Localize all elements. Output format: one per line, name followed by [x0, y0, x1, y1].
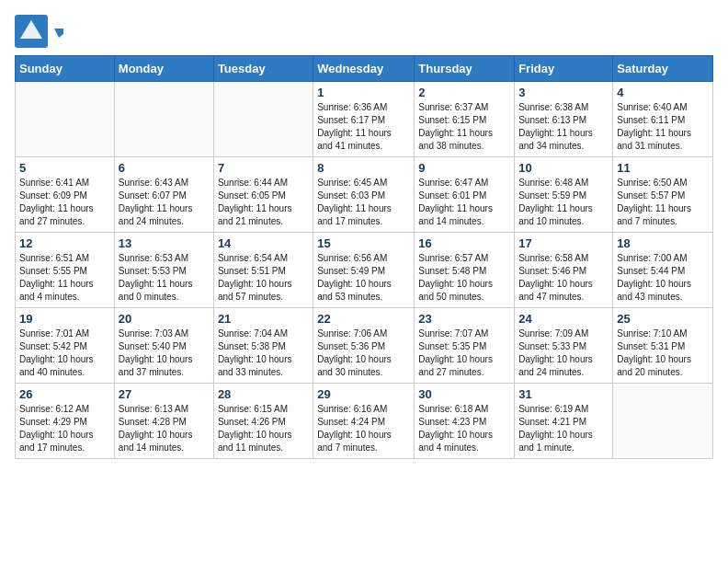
day-info: Sunrise: 6:15 AM Sunset: 4:26 PM Dayligh… — [218, 403, 309, 454]
logo — [15, 15, 65, 48]
calendar-week-row: 26Sunrise: 6:12 AM Sunset: 4:29 PM Dayli… — [16, 384, 713, 459]
day-info: Sunrise: 7:06 AM Sunset: 5:36 PM Dayligh… — [317, 327, 410, 379]
day-info: Sunrise: 6:12 AM Sunset: 4:29 PM Dayligh… — [19, 403, 110, 454]
day-number: 23 — [418, 312, 510, 326]
calendar-table: SundayMondayTuesdayWednesdayThursdayFrid… — [15, 55, 713, 459]
calendar-cell: 24Sunrise: 7:09 AM Sunset: 5:33 PM Dayli… — [515, 308, 613, 384]
day-number: 6 — [119, 161, 210, 175]
calendar-cell — [16, 82, 115, 157]
weekday-header-thursday: Thursday — [415, 56, 515, 82]
day-info: Sunrise: 6:50 AM Sunset: 5:57 PM Dayligh… — [617, 177, 709, 228]
day-info: Sunrise: 6:57 AM Sunset: 5:48 PM Dayligh… — [418, 252, 510, 304]
calendar-cell — [613, 384, 713, 459]
svg-marker-2 — [54, 29, 63, 38]
day-info: Sunrise: 6:16 AM Sunset: 4:24 PM Dayligh… — [317, 403, 410, 454]
day-number: 30 — [418, 387, 510, 401]
calendar-cell: 14Sunrise: 6:54 AM Sunset: 5:51 PM Dayli… — [213, 233, 313, 308]
calendar-cell: 7Sunrise: 6:44 AM Sunset: 6:05 PM Daylig… — [213, 157, 313, 233]
calendar-cell: 16Sunrise: 6:57 AM Sunset: 5:48 PM Dayli… — [415, 233, 515, 308]
day-number: 24 — [518, 312, 609, 326]
day-number: 21 — [218, 312, 309, 326]
day-number: 14 — [218, 236, 309, 250]
calendar-cell — [213, 82, 313, 157]
calendar-cell: 6Sunrise: 6:43 AM Sunset: 6:07 PM Daylig… — [114, 157, 213, 233]
calendar-cell: 22Sunrise: 7:06 AM Sunset: 5:36 PM Dayli… — [313, 308, 415, 384]
calendar-cell: 2Sunrise: 6:37 AM Sunset: 6:15 PM Daylig… — [415, 82, 515, 157]
day-info: Sunrise: 7:04 AM Sunset: 5:38 PM Dayligh… — [218, 327, 309, 379]
day-info: Sunrise: 6:45 AM Sunset: 6:03 PM Dayligh… — [317, 177, 410, 228]
calendar-week-row: 12Sunrise: 6:51 AM Sunset: 5:55 PM Dayli… — [16, 233, 713, 308]
day-info: Sunrise: 6:44 AM Sunset: 6:05 PM Dayligh… — [218, 177, 309, 228]
calendar-cell: 4Sunrise: 6:40 AM Sunset: 6:11 PM Daylig… — [613, 82, 713, 157]
day-info: Sunrise: 6:37 AM Sunset: 6:15 PM Dayligh… — [418, 101, 510, 153]
calendar-cell: 3Sunrise: 6:38 AM Sunset: 6:13 PM Daylig… — [515, 82, 613, 157]
day-info: Sunrise: 6:41 AM Sunset: 6:09 PM Dayligh… — [19, 177, 110, 228]
weekday-header-monday: Monday — [114, 56, 213, 82]
day-number: 9 — [418, 161, 510, 175]
day-info: Sunrise: 6:43 AM Sunset: 6:07 PM Dayligh… — [119, 177, 210, 228]
day-number: 18 — [617, 236, 709, 250]
day-info: Sunrise: 7:03 AM Sunset: 5:40 PM Dayligh… — [119, 327, 210, 379]
day-info: Sunrise: 6:38 AM Sunset: 6:13 PM Dayligh… — [518, 101, 609, 153]
calendar-cell: 10Sunrise: 6:48 AM Sunset: 5:59 PM Dayli… — [515, 157, 613, 233]
day-info: Sunrise: 6:13 AM Sunset: 4:28 PM Dayligh… — [119, 403, 210, 454]
day-info: Sunrise: 6:18 AM Sunset: 4:23 PM Dayligh… — [418, 403, 510, 454]
day-info: Sunrise: 7:00 AM Sunset: 5:44 PM Dayligh… — [617, 252, 709, 304]
calendar-cell: 5Sunrise: 6:41 AM Sunset: 6:09 PM Daylig… — [16, 157, 115, 233]
day-number: 4 — [617, 86, 709, 99]
day-info: Sunrise: 6:19 AM Sunset: 4:21 PM Dayligh… — [518, 403, 609, 454]
calendar-cell: 1Sunrise: 6:36 AM Sunset: 6:17 PM Daylig… — [313, 82, 415, 157]
day-info: Sunrise: 6:47 AM Sunset: 6:01 PM Dayligh… — [418, 177, 510, 228]
day-number: 3 — [518, 86, 609, 99]
day-info: Sunrise: 6:48 AM Sunset: 5:59 PM Dayligh… — [518, 177, 609, 228]
day-info: Sunrise: 7:07 AM Sunset: 5:35 PM Dayligh… — [418, 327, 510, 379]
calendar-cell: 18Sunrise: 7:00 AM Sunset: 5:44 PM Dayli… — [613, 233, 713, 308]
day-info: Sunrise: 6:36 AM Sunset: 6:17 PM Dayligh… — [317, 101, 410, 153]
day-number: 19 — [19, 312, 110, 326]
calendar-cell: 15Sunrise: 6:56 AM Sunset: 5:49 PM Dayli… — [313, 233, 415, 308]
day-info: Sunrise: 6:54 AM Sunset: 5:51 PM Dayligh… — [218, 252, 309, 304]
day-number: 27 — [119, 387, 210, 401]
logo-arrow-icon — [52, 25, 65, 38]
day-number: 15 — [317, 236, 410, 250]
calendar-cell: 29Sunrise: 6:16 AM Sunset: 4:24 PM Dayli… — [313, 384, 415, 459]
calendar-cell: 19Sunrise: 7:01 AM Sunset: 5:42 PM Dayli… — [16, 308, 115, 384]
day-info: Sunrise: 7:09 AM Sunset: 5:33 PM Dayligh… — [518, 327, 609, 379]
calendar-cell: 21Sunrise: 7:04 AM Sunset: 5:38 PM Dayli… — [213, 308, 313, 384]
calendar-cell: 26Sunrise: 6:12 AM Sunset: 4:29 PM Dayli… — [16, 384, 115, 459]
day-number: 11 — [617, 161, 709, 175]
day-number: 29 — [317, 387, 410, 401]
calendar-cell — [114, 82, 213, 157]
day-number: 5 — [19, 161, 110, 175]
day-number: 16 — [418, 236, 510, 250]
calendar-week-row: 19Sunrise: 7:01 AM Sunset: 5:42 PM Dayli… — [16, 308, 713, 384]
weekday-header-tuesday: Tuesday — [213, 56, 313, 82]
day-number: 7 — [218, 161, 309, 175]
page-header — [15, 15, 713, 48]
calendar-cell: 30Sunrise: 6:18 AM Sunset: 4:23 PM Dayli… — [415, 384, 515, 459]
calendar-cell: 25Sunrise: 7:10 AM Sunset: 5:31 PM Dayli… — [613, 308, 713, 384]
day-number: 1 — [317, 86, 410, 99]
calendar-cell: 9Sunrise: 6:47 AM Sunset: 6:01 PM Daylig… — [415, 157, 515, 233]
day-info: Sunrise: 6:40 AM Sunset: 6:11 PM Dayligh… — [617, 101, 709, 153]
day-number: 31 — [518, 387, 609, 401]
day-number: 28 — [218, 387, 309, 401]
day-number: 12 — [19, 236, 110, 250]
calendar-cell: 31Sunrise: 6:19 AM Sunset: 4:21 PM Dayli… — [515, 384, 613, 459]
day-number: 13 — [119, 236, 210, 250]
day-number: 17 — [518, 236, 609, 250]
calendar-cell: 20Sunrise: 7:03 AM Sunset: 5:40 PM Dayli… — [114, 308, 213, 384]
day-info: Sunrise: 7:01 AM Sunset: 5:42 PM Dayligh… — [19, 327, 110, 379]
day-number: 22 — [317, 312, 410, 326]
calendar-cell: 12Sunrise: 6:51 AM Sunset: 5:55 PM Dayli… — [16, 233, 115, 308]
calendar-cell: 23Sunrise: 7:07 AM Sunset: 5:35 PM Dayli… — [415, 308, 515, 384]
weekday-header-wednesday: Wednesday — [313, 56, 415, 82]
day-info: Sunrise: 7:10 AM Sunset: 5:31 PM Dayligh… — [617, 327, 709, 379]
weekday-header-sunday: Sunday — [16, 56, 115, 82]
calendar-cell: 11Sunrise: 6:50 AM Sunset: 5:57 PM Dayli… — [613, 157, 713, 233]
day-info: Sunrise: 6:56 AM Sunset: 5:49 PM Dayligh… — [317, 252, 410, 304]
day-number: 10 — [518, 161, 609, 175]
day-number: 25 — [617, 312, 709, 326]
calendar-header-row: SundayMondayTuesdayWednesdayThursdayFrid… — [16, 56, 713, 82]
weekday-header-friday: Friday — [515, 56, 613, 82]
